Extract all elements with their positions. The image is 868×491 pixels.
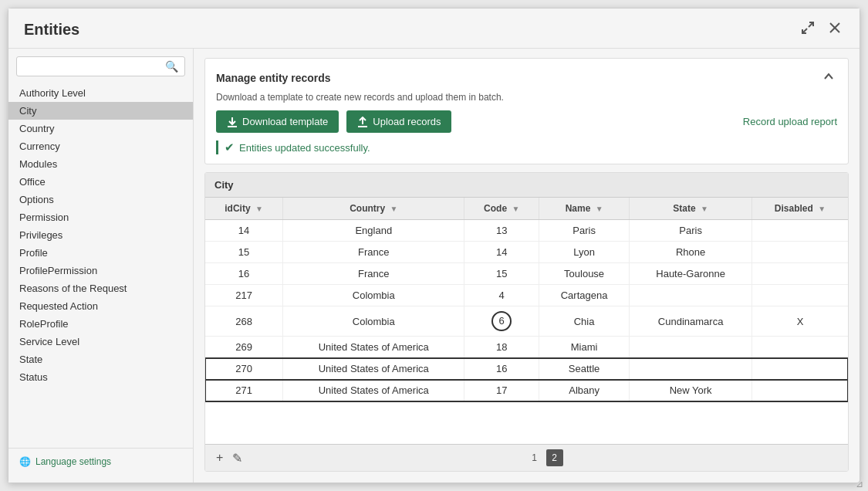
cell-idcity: 16 [205, 263, 283, 285]
cell-country: United States of America [283, 358, 464, 380]
cell-disabled [751, 285, 848, 306]
success-banner: ✔ Entities updated successfully. [216, 141, 837, 154]
cell-state: Paris [630, 220, 752, 242]
table-row[interactable]: 16France15ToulouseHaute-Garonne [205, 263, 848, 285]
cell-name: Toulouse [539, 263, 629, 285]
language-settings-label: Language settings [35, 456, 111, 467]
table-footer: + ✎ 12 [205, 444, 848, 471]
cell-code: 17 [464, 380, 539, 401]
globe-icon: 🌐 [19, 456, 31, 467]
cell-idcity: 14 [205, 220, 283, 242]
cell-country: United States of America [283, 380, 464, 401]
col-disabled[interactable]: Disabled ▼ [751, 198, 848, 220]
search-input[interactable] [23, 61, 165, 73]
col-state[interactable]: State ▼ [630, 198, 752, 220]
table-row[interactable]: 14England13ParisParis [205, 220, 848, 242]
cell-state: Cundinamarca [630, 306, 752, 337]
sidebar-item-currency[interactable]: Currency [8, 137, 193, 155]
sidebar-item-modules[interactable]: Modules [8, 155, 193, 173]
sidebar-item-roleprofile[interactable]: RoleProfile [8, 315, 193, 333]
table-row[interactable]: 270United States of America16Seattle [205, 358, 848, 380]
modal-header: Entities [8, 8, 860, 49]
col-name[interactable]: Name ▼ [539, 198, 629, 220]
sidebar-item-country[interactable]: Country [8, 120, 193, 137]
expand-button[interactable] [798, 19, 818, 40]
cell-idcity: 15 [205, 242, 283, 263]
sidebar-item-authority-level[interactable]: Authority Level [8, 84, 193, 102]
sidebar-item-privileges[interactable]: Privileges [8, 226, 193, 244]
download-template-label: Download template [242, 116, 328, 127]
sidebar-item-status[interactable]: Status [8, 368, 193, 386]
col-idcity[interactable]: idCity ▼ [205, 198, 283, 220]
cell-disabled [751, 380, 848, 401]
sidebar-item-profile[interactable]: Profile [8, 244, 193, 262]
cell-state: New York [630, 380, 752, 401]
filter-icon: ▼ [390, 205, 397, 213]
resize-handle[interactable]: ⊿ [856, 479, 868, 491]
cell-code: 15 [464, 263, 539, 285]
cell-disabled [751, 263, 848, 285]
add-row-button[interactable]: + [214, 451, 225, 465]
sidebar-item-requested-action[interactable]: Requested Action [8, 297, 193, 315]
col-code[interactable]: Code ▼ [464, 198, 539, 220]
circle-highlight: 6 [491, 311, 512, 331]
sidebar-list: Authority LevelCityCountryCurrencyModule… [8, 84, 193, 448]
sidebar-item-options[interactable]: Options [8, 191, 193, 208]
sidebar-item-reasons-of-the-request[interactable]: Reasons of the Request [8, 279, 193, 297]
filter-icon: ▼ [596, 205, 603, 213]
table-row[interactable]: 271United States of America17AlbanyNew Y… [205, 380, 848, 401]
cell-state: Rhone [630, 242, 752, 263]
cell-disabled [751, 337, 848, 358]
upload-records-button[interactable]: Upload records [346, 110, 451, 133]
close-button[interactable] [826, 20, 844, 39]
sidebar-item-city[interactable]: City [8, 102, 193, 120]
cell-idcity: 269 [205, 337, 283, 358]
sidebar-item-profilepermission[interactable]: ProfilePermission [8, 262, 193, 279]
cell-country: Colombia [283, 285, 464, 306]
header-actions [798, 19, 844, 40]
success-message: Entities updated successfully. [239, 142, 370, 154]
filter-icon: ▼ [818, 205, 826, 213]
table-wrapper[interactable]: idCity ▼Country ▼Code ▼Name ▼State ▼Disa… [205, 198, 848, 444]
table-row[interactable]: 15France14LyonRhone [205, 242, 848, 263]
cell-name: Cartagena [539, 285, 629, 306]
filter-icon: ▼ [512, 205, 519, 213]
filter-icon: ▼ [701, 205, 708, 213]
table-row[interactable]: 269United States of America18Miami [205, 337, 848, 358]
cell-code: 16 [464, 358, 539, 380]
cell-idcity: 268 [205, 306, 283, 337]
search-box[interactable]: 🔍 [16, 56, 185, 76]
cell-disabled [751, 242, 848, 263]
sidebar-item-state[interactable]: State [8, 350, 193, 368]
download-template-button[interactable]: Download template [216, 110, 339, 133]
cell-disabled: X [751, 306, 848, 337]
sidebar-item-office[interactable]: Office [8, 173, 193, 191]
manage-actions: Download template Upload records Record … [216, 110, 837, 133]
table-row[interactable]: 268Colombia6ChiaCundinamarcaX [205, 306, 848, 337]
page-btn-1[interactable]: 1 [526, 449, 543, 466]
check-icon: ✔ [225, 141, 235, 154]
language-settings-button[interactable]: 🌐 Language settings [8, 448, 193, 475]
cell-name: Miami [539, 337, 629, 358]
record-upload-report-link[interactable]: Record upload report [743, 116, 837, 127]
cell-code: 4 [464, 285, 539, 306]
page-btn-2[interactable]: 2 [546, 449, 563, 466]
table-row[interactable]: 217Colombia4Cartagena [205, 285, 848, 306]
collapse-manage-button[interactable] [820, 68, 837, 87]
cell-code: 18 [464, 337, 539, 358]
manage-description: Download a template to create new record… [216, 92, 837, 103]
sidebar-item-service-level[interactable]: Service Level [8, 333, 193, 350]
sidebar-item-permission[interactable]: Permission [8, 208, 193, 226]
col-country[interactable]: Country ▼ [283, 198, 464, 220]
entity-table: idCity ▼Country ▼Code ▼Name ▼State ▼Disa… [205, 198, 848, 401]
edit-row-button[interactable]: ✎ [231, 451, 244, 466]
table-section: City idCity ▼Country ▼Code ▼Name ▼State … [204, 172, 849, 472]
entities-modal: Entities 🔍 [8, 8, 860, 483]
cell-code: 13 [464, 220, 539, 242]
cell-name: Seattle [539, 358, 629, 380]
modal-body: 🔍 Authority LevelCityCountryCurrencyModu… [8, 49, 860, 483]
cell-disabled [751, 220, 848, 242]
cell-country: France [283, 263, 464, 285]
manage-title: Manage entity records [216, 72, 331, 84]
cell-name: Chia [539, 306, 629, 337]
